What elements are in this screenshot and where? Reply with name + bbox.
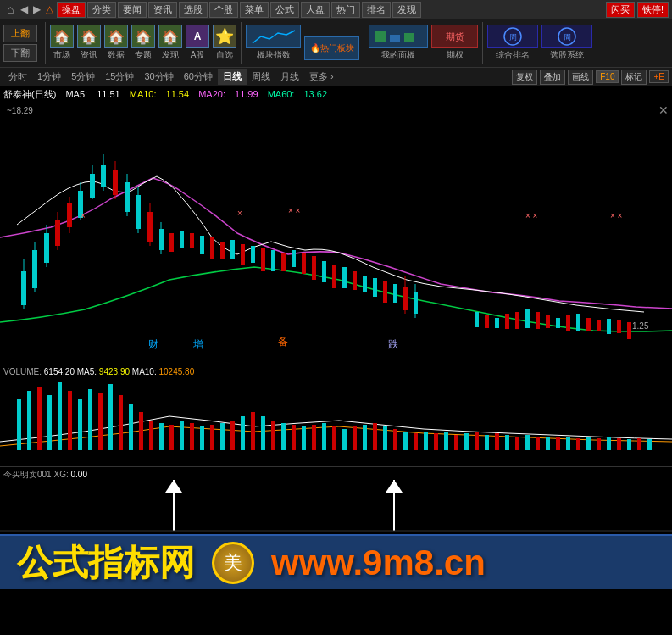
svg-rect-92: [98, 393, 103, 450]
period-60min[interactable]: 60分钟: [179, 69, 218, 85]
nav-tieting[interactable]: 铁停!: [637, 2, 669, 18]
svg-rect-110: [281, 423, 286, 450]
tb-comprehensive[interactable]: 周 综合排名: [487, 25, 538, 61]
rc-f10[interactable]: F10: [596, 70, 619, 83]
main-chart[interactable]: ~18.29 ✕: [0, 102, 672, 365]
rc-biaoji[interactable]: 标记: [621, 70, 647, 85]
svg-rect-124: [424, 432, 428, 450]
nav-caopan[interactable]: 操盘: [57, 2, 86, 18]
rc-huaxian[interactable]: 画线: [568, 70, 593, 85]
nav-remen[interactable]: 热门: [331, 2, 360, 18]
svg-text:× ×: × ×: [525, 211, 538, 220]
ma60-label: MA60:: [268, 89, 297, 99]
tb-data[interactable]: 🏠 数据: [104, 25, 128, 61]
nav-faxian[interactable]: 发现: [392, 2, 421, 18]
down-button[interactable]: 下翻: [3, 44, 37, 62]
svg-rect-122: [403, 432, 408, 450]
svg-rect-125: [434, 433, 438, 450]
tb-hot-sector[interactable]: 🔥热门板块: [304, 36, 359, 61]
svg-rect-132: [505, 435, 509, 450]
svg-rect-48: [322, 261, 326, 282]
period-fenshi[interactable]: 分时: [3, 69, 32, 85]
svg-rect-111: [292, 425, 296, 450]
svg-rect-85: [27, 391, 31, 450]
tb-discover[interactable]: 🏠 发现: [158, 25, 182, 61]
period-5min[interactable]: 5分钟: [66, 69, 100, 85]
svg-rect-141: [597, 438, 601, 450]
svg-rect-84: [17, 399, 21, 450]
period-more[interactable]: 更多 ›: [304, 69, 339, 85]
rc-fuquan[interactable]: 复权: [512, 70, 537, 85]
period-1min[interactable]: 1分钟: [32, 69, 66, 85]
rc-diejia[interactable]: 叠加: [540, 70, 565, 85]
svg-rect-44: [281, 253, 286, 271]
svg-rect-64: [515, 312, 519, 329]
svg-rect-128: [464, 433, 469, 450]
rc-plus[interactable]: +E: [649, 70, 669, 83]
svg-rect-127: [454, 435, 458, 450]
svg-rect-53: [373, 278, 377, 297]
tb-market[interactable]: 🏠 市场: [50, 25, 74, 61]
svg-rect-50: [342, 267, 347, 288]
nav-gongshi[interactable]: 公式: [270, 2, 299, 18]
nav-yaoxun[interactable]: 要闻: [118, 2, 147, 18]
tb-futures[interactable]: 期货 期权: [431, 25, 478, 61]
up-icon[interactable]: △: [44, 3, 55, 15]
period-daily[interactable]: 日线: [218, 69, 247, 85]
svg-rect-38: [220, 242, 225, 259]
tb-mypanel[interactable]: 我的面板: [369, 25, 428, 61]
nav-flashbuy[interactable]: 闪买: [606, 2, 635, 18]
nav-dapan[interactable]: 大盘: [301, 2, 330, 18]
svg-rect-101: [190, 423, 194, 450]
banner-left-text: 公式指标网: [17, 539, 195, 587]
svg-rect-134: [525, 435, 530, 450]
svg-rect-139: [576, 438, 580, 450]
svg-rect-52: [363, 276, 367, 292]
prev-icon[interactable]: ◀: [19, 3, 30, 15]
bottom-banner: 公式指标网 美 www.9m8.cn: [0, 534, 672, 589]
up-button[interactable]: 上翻: [3, 25, 37, 42]
nav-paiming[interactable]: 排名: [362, 2, 391, 18]
banner-right-text: www.9m8.cn: [271, 543, 486, 583]
nav-zixun[interactable]: 资讯: [148, 2, 177, 18]
period-15min[interactable]: 15分钟: [100, 69, 139, 85]
next-icon[interactable]: ▶: [31, 3, 42, 15]
svg-rect-102: [200, 426, 204, 450]
svg-rect-140: [586, 437, 591, 450]
svg-rect-106: [241, 416, 245, 450]
marker-bei: 备: [278, 335, 288, 349]
marker-die: 跌: [388, 337, 398, 352]
period-30min[interactable]: 30分钟: [140, 69, 179, 85]
tb-stock-system[interactable]: 周 选股系统: [541, 25, 592, 61]
ma5-value: 11.51: [97, 89, 120, 99]
nav-fenlei[interactable]: 分类: [87, 2, 116, 18]
svg-rect-117: [353, 426, 357, 450]
svg-text:1.25: 1.25: [632, 321, 649, 331]
svg-marker-148: [165, 480, 182, 493]
period-monthly[interactable]: 月线: [275, 69, 304, 85]
svg-rect-0: [375, 31, 386, 42]
svg-rect-107: [251, 412, 255, 450]
svg-rect-62: [495, 318, 499, 328]
svg-rect-105: [230, 421, 235, 450]
svg-rect-96: [139, 412, 143, 450]
nav-caidan[interactable]: 菜单: [240, 2, 269, 18]
tb-watchlist[interactable]: ⭐ 自选: [213, 25, 236, 61]
tb-special[interactable]: 🏠 专题: [131, 25, 155, 61]
tb-sector-index[interactable]: 板块指数: [246, 25, 301, 61]
volume-area: VOLUME: 6154.20 MA5: 9423.90 MA10: 10245…: [0, 365, 672, 466]
tb-ashare[interactable]: A A股: [186, 25, 209, 61]
svg-rect-146: [647, 439, 652, 450]
nav-gegu[interactable]: 个股: [209, 2, 238, 18]
svg-text:周: 周: [508, 33, 516, 42]
svg-rect-37: [210, 237, 214, 259]
ma-bar: 舒泰神(日线) MA5: 11.51 MA10: 11.54 MA20: 11.…: [0, 86, 672, 102]
svg-rect-75: [627, 322, 631, 339]
home-icon[interactable]: ⌂: [3, 3, 17, 16]
svg-text:×: ×: [237, 209, 242, 218]
nav-xuangu[interactable]: 选股: [179, 2, 208, 18]
tb-news[interactable]: 🏠 资讯: [77, 25, 101, 61]
period-weekly[interactable]: 周线: [247, 69, 275, 85]
ma60-value: 13.62: [303, 89, 327, 99]
svg-rect-39: [230, 240, 235, 259]
